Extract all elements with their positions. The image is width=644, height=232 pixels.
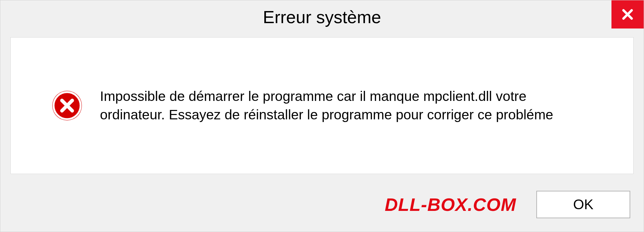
titlebar: Erreur système — [0, 0, 644, 37]
ok-button[interactable]: OK — [536, 191, 630, 218]
error-icon — [51, 90, 83, 122]
content-panel: Impossible de démarrer le programme car … — [10, 37, 634, 174]
close-icon — [621, 7, 635, 21]
error-icon-wrap — [51, 90, 83, 122]
close-button[interactable] — [611, 0, 644, 28]
dialog-footer: DLL-BOX.COM OK — [0, 184, 644, 232]
dialog-title: Erreur système — [263, 7, 381, 27]
watermark-text: DLL-BOX.COM — [385, 194, 516, 215]
error-message: Impossible de démarrer le programme car … — [100, 87, 606, 124]
error-dialog: Erreur système Impossible de démarrer le… — [0, 0, 644, 232]
